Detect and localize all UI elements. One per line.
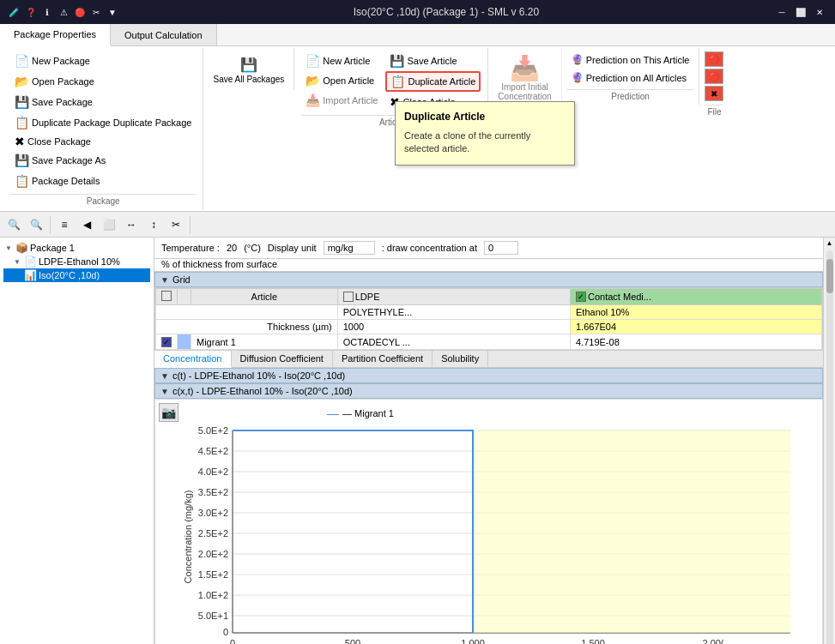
new-package-icon: 📄 — [15, 54, 29, 68]
list-button[interactable]: ≡ — [54, 214, 75, 235]
tree-item-iso[interactable]: 📊 Iso(20°C ,10d) — [3, 268, 150, 282]
package-details-icon: 📋 — [15, 174, 29, 188]
migrant-checkbox[interactable]: ✓ — [161, 337, 172, 347]
scroll-thumb[interactable] — [826, 259, 833, 293]
tab-diffusion[interactable]: Diffusion Coefficient — [232, 351, 333, 367]
help-icon[interactable]: ❓ — [24, 5, 38, 19]
svg-text:2,00(: 2,00( — [702, 638, 723, 644]
cut-button[interactable]: ✂ — [166, 214, 186, 235]
file-btn-1[interactable]: 🔴 — [705, 51, 723, 67]
vertical-scrollbar[interactable]: ▲ ▼ — [823, 238, 835, 644]
save-package-button[interactable]: 💾 Save Package — [10, 93, 97, 111]
tab-package-properties[interactable]: Package Properties — [0, 24, 111, 46]
svg-text:1,000: 1,000 — [461, 638, 485, 644]
window-title: Iso(20°C ,10d) (Package 1) - SML v 6.20 — [119, 6, 773, 18]
grid-thickness-row: Thickness (µm) 1000 1.667E04 — [156, 320, 822, 334]
contact-checkbox[interactable]: ✓ — [576, 292, 586, 302]
prediction-all-articles-button[interactable]: 🔮 Prediction on All Articles — [567, 69, 694, 86]
import-concentration-icon: 📥 — [510, 54, 540, 82]
package-details-button[interactable]: 📋 Package Details — [10, 172, 196, 190]
app-icon: 🧪 — [7, 5, 21, 19]
main-area: ▼ 📦 Package 1 ▼ 📄 LDPE-Ethanol 10% 📊 Iso… — [0, 238, 835, 644]
tree-package-label: Package 1 — [30, 243, 75, 253]
arrow-icon[interactable]: ▼ — [106, 5, 119, 19]
title-bar: 🧪 ❓ ℹ ⚠ 🔴 ✂ ▼ Iso(20°C ,10d) (Package 1)… — [0, 0, 835, 24]
grid-toggle-icon: ▼ — [160, 275, 169, 285]
close-button[interactable]: ✕ — [811, 5, 828, 19]
prediction-this-article-button[interactable]: 🔮 Prediction on This Article — [567, 51, 694, 68]
tab-concentration[interactable]: Concentration — [154, 351, 232, 368]
prev-button[interactable]: ◀ — [76, 214, 97, 235]
close-package-button[interactable]: ✖ Close Package — [10, 132, 196, 151]
grid-col-contact: ✓ Contact Medi... — [571, 289, 822, 305]
grid-section-header[interactable]: ▼ Grid — [154, 272, 823, 287]
grid-ldpe-material: POLYETHYLE... — [337, 305, 570, 320]
svg-text:0: 0 — [223, 627, 228, 637]
grid-thickness-label: Thickness (µm) — [156, 320, 338, 334]
camera-icon[interactable]: 📷 — [159, 403, 178, 422]
ribbon-group-file: 🔴 🔴 ✖ File — [699, 48, 729, 120]
grid-migrant-name: Migrant 1 — [191, 334, 338, 350]
tab-partition[interactable]: Partition Coefficient — [333, 351, 433, 367]
grid-ldpe-thickness: 1000 — [337, 320, 570, 334]
warn-icon[interactable]: ⚠ — [57, 5, 70, 19]
tree-item-package[interactable]: ▼ 📦 Package 1 — [3, 241, 150, 255]
zoom-in-button[interactable]: 🔍 — [3, 214, 24, 235]
scroll-track — [826, 250, 833, 644]
file-btn-2[interactable]: 🔴 — [705, 69, 723, 84]
file-btn-3[interactable]: ✖ — [705, 86, 723, 101]
toolbar-sep-1 — [50, 216, 51, 233]
restore-button[interactable]: ⬜ — [792, 5, 809, 19]
ribbon-group-package: 📄 New Package 📂 Open Package 💾 Save Pack… — [3, 48, 203, 209]
horizontal-button[interactable]: ↔ — [121, 214, 142, 235]
tab-output-calculation[interactable]: Output Calculation — [111, 24, 217, 45]
save-article-button[interactable]: 💾 Save Article — [385, 51, 481, 70]
chart1-section-header[interactable]: ▼ c(t) - LDPE-Ethanol 10% - Iso(20°C ,10… — [154, 368, 823, 383]
draw-label: : draw concentration at — [382, 243, 477, 253]
content-panel: Temperature : 20 (°C) Display unit : dra… — [154, 238, 823, 644]
duplicate-package-icon: 📋 — [15, 116, 29, 129]
zoom-out-button[interactable]: 🔍 — [26, 214, 46, 235]
import-article-button[interactable]: 📥 Import Article — [301, 91, 382, 110]
import-concentration-button[interactable]: 📥 Import InitialConcentration — [493, 51, 555, 104]
tree-panel: ▼ 📦 Package 1 ▼ 📄 LDPE-Ethanol 10% 📊 Iso… — [0, 238, 154, 644]
draw-value-input[interactable] — [484, 241, 518, 255]
data-tabs: Concentration Diffusion Coefficient Part… — [154, 351, 823, 368]
save-all-packages-button[interactable]: 💾 Save All Packages — [209, 51, 288, 87]
open-article-button[interactable]: 📂 Open Article — [301, 71, 382, 90]
grid-button[interactable]: ⬜ — [99, 214, 119, 235]
tooltip-description: Create a clone of the currently selected… — [404, 129, 566, 156]
prediction-group-label: Prediction — [567, 89, 694, 101]
tool-icon[interactable]: ✂ — [89, 5, 103, 19]
duplicate-article-button[interactable]: 📋 Duplicate Article — [385, 71, 481, 92]
display-unit-input[interactable] — [324, 241, 375, 255]
svg-text:3.0E+2: 3.0E+2 — [198, 508, 228, 518]
ldpe-checkbox[interactable] — [343, 292, 354, 302]
vertical-button[interactable]: ↕ — [143, 214, 164, 235]
info-icon[interactable]: ℹ — [40, 5, 54, 19]
svg-text:0: 0 — [230, 638, 235, 644]
tab-solubility[interactable]: Solubility — [433, 351, 488, 367]
stop-icon[interactable]: 🔴 — [73, 5, 87, 19]
header-checkbox[interactable] — [161, 291, 172, 301]
save-package-as-button[interactable]: 💾 Save Package As — [10, 151, 196, 170]
minimize-button[interactable]: ─ — [773, 5, 790, 19]
duplicate-article-tooltip: Duplicate Article Create a clone of the … — [395, 101, 575, 166]
grid-migrant-color — [178, 334, 191, 350]
import-concentration-group: 📥 Import InitialConcentration — [488, 48, 561, 107]
sys-icons: ❓ ℹ ⚠ 🔴 ✂ ▼ — [24, 5, 119, 19]
chart2-section-header[interactable]: ▼ c(x,t) - LDPE-Ethanol 10% - Iso(20°C ,… — [154, 383, 823, 399]
tree-item-ldpe[interactable]: ▼ 📄 LDPE-Ethanol 10% — [3, 255, 150, 268]
prediction-this-icon: 🔮 — [572, 54, 584, 65]
scroll-up-button[interactable]: ▲ — [825, 238, 835, 249]
tooltip-title: Duplicate Article — [404, 111, 566, 123]
new-package-button[interactable]: 📄 New Package — [10, 51, 94, 70]
grid-migrant-value: 4.719E-08 — [571, 334, 822, 350]
open-package-button[interactable]: 📂 Open Package — [10, 72, 99, 91]
grid-col-ldpe: LDPE — [337, 289, 570, 305]
grid-contact-thickness: 1.667E04 — [571, 320, 822, 334]
new-article-button[interactable]: 📄 New Article — [301, 51, 382, 70]
duplicate-package-button[interactable]: 📋 Duplicate Package Duplicate Package — [10, 113, 196, 132]
grid-col-checkbox — [156, 289, 178, 305]
main-tabs: Package Properties Output Calculation — [0, 24, 835, 46]
